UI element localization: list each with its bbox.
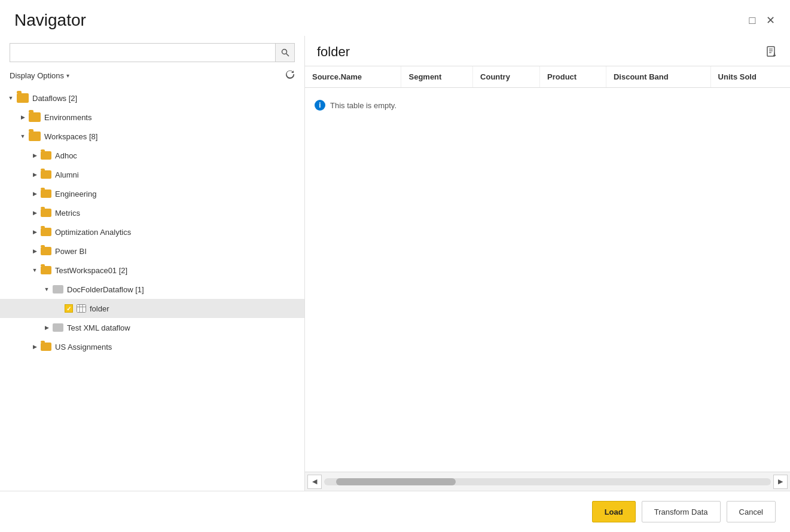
tree-item-powerbi[interactable]: ▶ Power BI	[0, 241, 304, 261]
scroll-thumb[interactable]	[336, 478, 456, 485]
col-header-product: Product	[540, 66, 606, 88]
tree-item-testxml[interactable]: ▶ Test XML dataflow	[0, 318, 304, 337]
tree-item-opt-analytics[interactable]: ▶ Optimization Analytics	[0, 222, 304, 241]
tree-arrow-testworkspace01: ▼	[29, 264, 41, 276]
tree-arrow-us-assignments: ▶	[29, 341, 41, 353]
scroll-area: ◀ ▶	[305, 472, 790, 491]
info-icon: i	[315, 100, 325, 111]
col-header-source-name: Source.Name	[305, 66, 401, 88]
tree-label-workspaces: Workspaces [8]	[44, 132, 97, 141]
check-mark: ✓	[66, 305, 71, 312]
tree-label-alumni: Alumni	[55, 170, 79, 179]
display-options-arrow: ▾	[66, 72, 69, 79]
tree-arrow-testxml: ▶	[41, 322, 53, 334]
table-icon-folder	[77, 304, 86, 313]
tree-arrow-adhoc: ▶	[29, 149, 41, 161]
search-input[interactable]	[10, 43, 276, 62]
folder-icon-metrics	[41, 209, 51, 217]
col-header-segment: Segment	[401, 66, 473, 88]
left-pane: Display Options ▾ ▼ Dataflows [2]	[0, 36, 305, 491]
bottom-bar: Load Transform Data Cancel	[0, 491, 790, 532]
folder-icon-dataflows	[17, 93, 29, 103]
maximize-button[interactable]: □	[747, 15, 758, 26]
tree-label-testxml: Test XML dataflow	[67, 323, 130, 332]
tree-arrow-metrics: ▶	[29, 207, 41, 219]
tree-arrow-workspaces: ▼	[17, 130, 29, 142]
scroll-right-button[interactable]: ▶	[773, 475, 788, 489]
right-pane: folder Source.Name	[305, 36, 790, 491]
display-options-label: Display Options	[10, 71, 64, 80]
search-icon	[281, 48, 289, 57]
tree-item-engineering[interactable]: ▶ Engineering	[0, 184, 304, 203]
svg-rect-2	[77, 305, 86, 313]
tree-item-alumni[interactable]: ▶ Alumni	[0, 165, 304, 184]
data-table: Source.Name Segment Country Product Disc…	[305, 66, 790, 88]
tree-label-testworkspace01: TestWorkspace01 [2]	[55, 266, 127, 275]
tree-label-engineering: Engineering	[55, 189, 96, 198]
refresh-svg-icon	[285, 69, 295, 79]
tree-item-environments[interactable]: ▶ Environments	[0, 108, 304, 127]
table-container: Source.Name Segment Country Product Disc…	[305, 66, 790, 472]
tree-item-testworkspace01[interactable]: ▼ TestWorkspace01 [2]	[0, 261, 304, 280]
folder-icon-alumni	[41, 170, 51, 179]
tree-item-us-assignments[interactable]: ▶ US Assignments	[0, 337, 304, 356]
tree-label-environments: Environments	[44, 113, 91, 122]
tree-label-us-assignments: US Assignments	[55, 343, 112, 351]
title-bar: Navigator □ ✕	[0, 0, 790, 36]
tree-item-folder[interactable]: ▶ ✓ folder	[0, 299, 304, 318]
dataflow-icon-docfolder	[53, 285, 63, 293]
folder-checkbox[interactable]: ✓	[65, 304, 73, 313]
transform-data-button[interactable]: Transform Data	[642, 501, 721, 522]
scroll-track[interactable]	[324, 478, 771, 485]
svg-rect-6	[767, 47, 774, 56]
tree-label-opt-analytics: Optimization Analytics	[55, 228, 131, 237]
tree-item-adhoc[interactable]: ▶ Adhoc	[0, 146, 304, 165]
load-button[interactable]: Load	[592, 501, 636, 522]
folder-icon-engineering	[41, 189, 51, 198]
dialog-title: Navigator	[14, 11, 86, 30]
folder-icon-environments	[29, 112, 41, 122]
tree-label-folder: folder	[90, 304, 109, 313]
tree-arrow-powerbi: ▶	[29, 245, 41, 257]
tree: ▼ Dataflows [2] ▶ Environments ▼ Worksp	[0, 86, 304, 491]
tree-item-workspaces[interactable]: ▼ Workspaces [8]	[0, 127, 304, 146]
col-header-units-sold: Units Sold	[710, 66, 790, 88]
tree-label-powerbi: Power BI	[55, 247, 87, 256]
folder-icon-us-assignments	[41, 343, 51, 351]
display-options-button[interactable]: Display Options ▾	[10, 71, 69, 80]
right-pane-title: folder	[317, 44, 350, 60]
col-header-country: Country	[473, 66, 540, 88]
folder-icon-workspaces	[29, 132, 41, 141]
close-button[interactable]: ✕	[765, 15, 776, 26]
display-options-bar: Display Options ▾	[0, 67, 304, 86]
search-bar	[0, 36, 304, 67]
tree-item-metrics[interactable]: ▶ Metrics	[0, 203, 304, 222]
dataflow-icon-testxml	[53, 323, 63, 332]
navigator-dialog: Navigator □ ✕ Display Opti	[0, 0, 790, 532]
refresh-icon[interactable]	[285, 69, 295, 81]
tree-label-metrics: Metrics	[55, 209, 80, 218]
folder-icon-testworkspace01	[41, 266, 51, 274]
tree-arrow-opt-analytics: ▶	[29, 226, 41, 238]
empty-message: i This table is empty.	[305, 88, 790, 123]
tree-arrow-dataflows: ▼	[5, 92, 17, 104]
tree-arrow-environments: ▶	[17, 111, 29, 123]
cancel-button[interactable]: Cancel	[727, 501, 776, 522]
scroll-left-button[interactable]: ◀	[307, 475, 322, 489]
tree-label-docfolder: DocFolderDataflow [1]	[67, 285, 144, 294]
svg-point-0	[282, 50, 286, 54]
col-header-discount-band: Discount Band	[606, 66, 710, 88]
tree-arrow-alumni: ▶	[29, 169, 41, 181]
empty-message-text: This table is empty.	[330, 101, 396, 110]
tree-item-docfolder[interactable]: ▼ DocFolderDataflow [1]	[0, 280, 304, 299]
tree-label-adhoc: Adhoc	[55, 151, 77, 160]
tree-label-dataflows: Dataflows [2]	[32, 94, 77, 103]
export-icon[interactable]	[766, 45, 778, 59]
right-pane-header: folder	[305, 36, 790, 66]
search-button[interactable]	[276, 43, 295, 62]
tree-item-dataflows[interactable]: ▼ Dataflows [2]	[0, 88, 304, 108]
tree-arrow-docfolder: ▼	[41, 283, 53, 295]
folder-icon-adhoc	[41, 151, 51, 160]
main-content: Display Options ▾ ▼ Dataflows [2]	[0, 36, 790, 491]
tree-arrow-engineering: ▶	[29, 188, 41, 200]
